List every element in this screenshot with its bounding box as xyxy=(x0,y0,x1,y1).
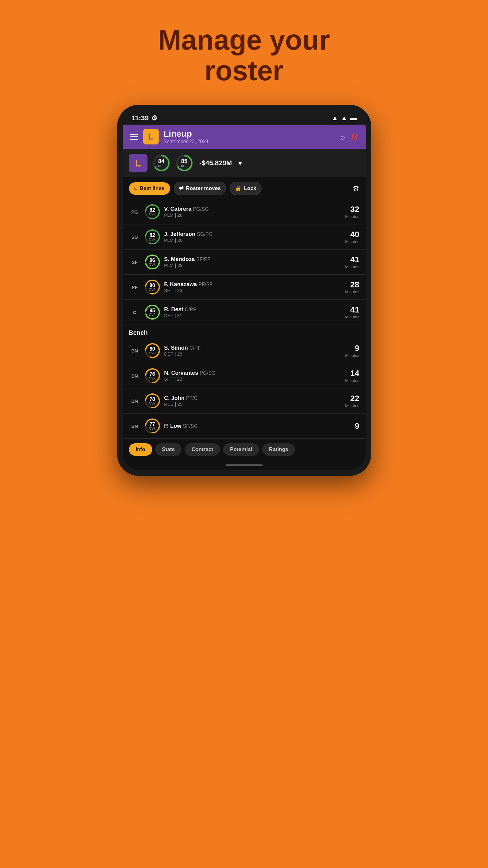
status-bar: 11:39 ⚙ ▲ ▲ ▬ xyxy=(123,111,366,125)
player-ovr-label: OVR xyxy=(149,402,156,405)
player-name: S. Simon C/PF xyxy=(164,345,341,351)
player-info: N. Cervantes PG/SG SHT | 28 xyxy=(164,370,341,382)
app-header: L Lineup September 23, 2024 ⌕ M xyxy=(123,125,366,149)
player-minutes: 32 Minutes xyxy=(345,205,359,219)
player-row[interactable]: C 95 OVR R. Best C/PF DEF | 31 41 M xyxy=(123,300,366,325)
player-info: S. Mendoza SF/PF PLM | 39 xyxy=(164,256,341,268)
position-badge: BN xyxy=(129,348,141,353)
player-row[interactable]: SG 82 OVR J. Jefferson SG/PG PLM | 26 40 xyxy=(123,224,366,250)
lock-icon: 🔒 xyxy=(235,185,241,192)
position-badge: C xyxy=(129,310,141,315)
profile-icon[interactable]: M xyxy=(351,132,358,142)
position-badge: BN xyxy=(129,398,141,404)
player-detail: PLM | 39 xyxy=(164,262,341,268)
lineup-settings-icon[interactable]: ⚙ xyxy=(353,184,359,193)
player-row[interactable]: PF 80 OVR F. Kanazawa PF/SF SHT | 26 28 xyxy=(123,275,366,300)
tab-info[interactable]: Info xyxy=(129,443,152,456)
position-badge: SF xyxy=(129,259,141,265)
lock-button[interactable]: 🔒 Lock xyxy=(230,182,261,195)
player-info: J. Jefferson SG/PG PLM | 26 xyxy=(164,231,341,243)
defense-rating-value: 85 xyxy=(181,158,187,164)
phone-device: 11:39 ⚙ ▲ ▲ ▬ L Lineup September 23, 202… xyxy=(117,105,371,476)
minutes-label: Minutes xyxy=(345,353,359,358)
minutes-label: Minutes xyxy=(345,378,359,383)
status-icons-group: ▲ ▲ ▬ xyxy=(331,114,357,122)
player-rating-circle: 96 OVR xyxy=(144,254,161,270)
player-ovr-label: OVR xyxy=(149,263,156,266)
player-ovr-label: OVR xyxy=(149,213,156,216)
minutes-label: Minutes xyxy=(345,315,359,319)
minutes-num: 41 xyxy=(345,305,359,315)
player-detail: REB | 25 xyxy=(164,401,341,407)
header-title-group: Lineup September 23, 2024 xyxy=(164,129,208,145)
home-bar xyxy=(226,464,263,466)
player-minutes: 41 Minutes xyxy=(345,255,359,269)
player-rating-circle: 78 OVR xyxy=(144,393,161,409)
player-row[interactable]: BN 80 OVR S. Simon C/PF DEF | 28 9 xyxy=(123,338,366,363)
tab-ratings[interactable]: Ratings xyxy=(262,443,295,456)
roster-moves-icon: ⇄ xyxy=(179,185,184,192)
best-lines-button[interactable]: L Best lines xyxy=(129,182,170,195)
title-line2: roster xyxy=(204,55,284,86)
minutes-num: 9 xyxy=(345,343,359,353)
player-name: R. Best C/PF xyxy=(164,306,341,313)
phone-screen: 11:39 ⚙ ▲ ▲ ▬ L Lineup September 23, 202… xyxy=(123,111,366,470)
minutes-num: 32 xyxy=(345,205,359,214)
minutes-label: Minutes xyxy=(345,265,359,269)
time-display: 11:39 xyxy=(131,114,149,122)
minutes-label: Minutes xyxy=(345,239,359,244)
offense-rating-label: OFF xyxy=(158,164,165,168)
player-detail: SHT | 28 xyxy=(164,376,341,382)
home-indicator xyxy=(123,462,366,470)
player-row[interactable]: BN 78 OVR C. John PF/C REB | 25 22 xyxy=(123,389,366,413)
minutes-num: 41 xyxy=(345,255,359,265)
header-title: Lineup xyxy=(164,129,208,139)
tab-stats[interactable]: Stats xyxy=(155,443,182,456)
menu-icon[interactable] xyxy=(130,134,138,140)
player-rating-num: 80 xyxy=(150,347,155,351)
player-info: F. Kanazawa PF/SF SHT | 26 xyxy=(164,281,341,293)
player-rating-circle: 82 OVR xyxy=(144,229,161,245)
player-detail: DEF | 31 xyxy=(164,313,341,318)
bench-header: Bench xyxy=(123,325,366,338)
player-name: J. Jefferson SG/PG xyxy=(164,231,341,238)
team-logo: L xyxy=(129,154,148,173)
player-rating-num: 95 xyxy=(150,308,155,313)
position-badge: PF xyxy=(129,285,141,290)
player-rating-num: 80 xyxy=(150,283,155,288)
player-rating-circle: 80 OVR xyxy=(144,279,161,295)
player-rating-num: 78 xyxy=(150,397,155,402)
header-subtitle: September 23, 2024 xyxy=(164,139,208,145)
player-row-partial[interactable]: BN 77 OVR P. Low SF/SG xyxy=(123,413,366,439)
player-name: P. Low SF/SG xyxy=(164,423,351,429)
player-ovr-label: OVR xyxy=(149,351,156,355)
player-ovr-label: OVR xyxy=(149,313,156,316)
player-row[interactable]: PG 82 OVR V. Cabrera PG/SG PLM | 28 32 xyxy=(123,199,366,224)
roster-moves-button[interactable]: ⇄ Roster moves xyxy=(174,182,226,195)
minutes-num: 28 xyxy=(345,280,359,289)
tab-contract[interactable]: Contract xyxy=(185,443,220,456)
player-rating-num: 82 xyxy=(150,208,155,213)
player-rating-num: 76 xyxy=(150,372,155,377)
player-name: S. Mendoza SF/PF xyxy=(164,256,341,262)
player-row[interactable]: BN 76 OVR N. Cervantes PG/SG SHT | 28 14 xyxy=(123,363,366,389)
title-line1: Manage your xyxy=(158,25,330,56)
player-info: S. Simon C/PF DEF | 28 xyxy=(164,345,341,356)
header-left: L Lineup September 23, 2024 xyxy=(130,129,208,145)
minutes-num: 22 xyxy=(345,394,359,403)
roster-moves-label: Roster moves xyxy=(186,185,221,192)
player-name: C. John PF/C xyxy=(164,395,341,401)
expand-icon[interactable]: ▾ xyxy=(238,159,242,167)
position-badge: SG xyxy=(129,235,141,240)
player-info: C. John PF/C REB | 25 xyxy=(164,395,341,407)
tab-potential[interactable]: Potential xyxy=(223,443,259,456)
player-minutes: 41 Minutes xyxy=(345,305,359,319)
player-info: P. Low SF/SG xyxy=(164,423,351,429)
player-ovr-label: OVR xyxy=(149,288,156,291)
status-time-group: 11:39 ⚙ xyxy=(131,114,157,122)
search-icon[interactable]: ⌕ xyxy=(340,132,345,142)
header-logo: L xyxy=(143,129,159,145)
player-row[interactable]: SF 96 OVR S. Mendoza SF/PF PLM | 39 41 xyxy=(123,250,366,275)
player-name: N. Cervantes PG/SG xyxy=(164,370,341,376)
player-rating-circle: 77 OVR xyxy=(144,418,161,434)
